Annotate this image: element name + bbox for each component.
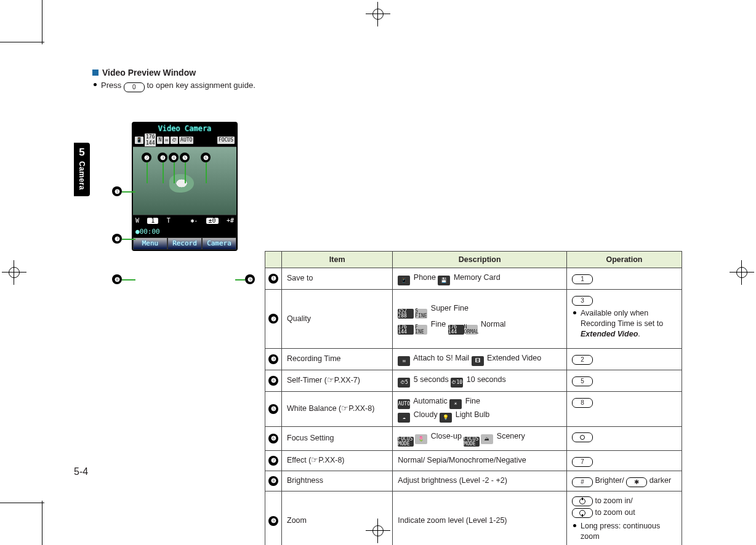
desc-icon: 📱 — [398, 276, 410, 285]
callout-8: ❽ — [112, 274, 122, 284]
chapter-number: 5 — [74, 146, 90, 159]
cell-operation: 2 — [567, 348, 682, 370]
callout-4: ❹ — [169, 153, 179, 162]
desc-icon: ⛰ — [481, 434, 493, 444]
desc-text: 10 seconds — [464, 375, 505, 384]
key-icon — [572, 432, 593, 442]
callout-5: ❺ — [180, 153, 190, 162]
desc-text: Memory Card — [451, 273, 500, 282]
cell-description: 📱 Phone 💾 Memory Card — [393, 268, 567, 290]
desc-text: 5 seconds — [411, 375, 451, 384]
wb-indicator-icon: AUTO — [179, 137, 193, 144]
callout-3: ❸ — [158, 153, 167, 162]
desc-icon: F INE — [415, 325, 427, 335]
cell-item: Focus Setting — [282, 426, 393, 450]
crop-mark-icon — [42, 0, 42, 44]
desc-text: Phone — [411, 273, 438, 282]
table-row: ❶Save to📱 Phone 💾 Memory Card 1 — [265, 268, 682, 290]
leader-line — [185, 162, 186, 183]
rectime-indicator-icon: ✉ — [164, 137, 169, 144]
desc-icon: S FINE — [415, 309, 427, 319]
key-icon: 8 — [572, 398, 593, 408]
cell-operation: to zoom in/ to zoom outLong press: conti… — [567, 491, 682, 545]
desc-icon: ☁ — [398, 413, 410, 423]
operation-note: Available only when Recording Time is se… — [572, 308, 677, 340]
desc-text: Cloudy — [411, 410, 440, 419]
table-row: ❹Self-Timer (☞P.XX-7)⏱5 5 seconds ⏱10 10… — [265, 370, 682, 391]
leader-line — [163, 162, 164, 183]
cell-item: Brightness — [282, 471, 393, 491]
key-icon: 2 — [572, 355, 593, 365]
operation-note: Long press: continuous zoom — [572, 521, 677, 542]
th-op: Operation — [567, 252, 682, 268]
cell-description: FOCUS MODE🌷 Close-up FOCUS MODE⛰ Scenery — [393, 426, 567, 450]
crop-mark-icon — [42, 501, 42, 545]
leader-line — [122, 279, 135, 280]
row-index-icon: ❹ — [268, 376, 278, 386]
chapter-label: Camera — [78, 161, 86, 190]
cell-description: Normal/ Sepia/Monochrome/Negative — [393, 450, 567, 471]
cell-item: Recording Time — [282, 348, 393, 370]
cell-item: Effect (☞P.XX-8) — [282, 450, 393, 471]
cell-item: White Balance (☞P.XX-8) — [282, 391, 393, 426]
leader-line — [122, 191, 135, 193]
cell-description: AUTO Automatic ☀ Fine ☁ Cloudy 💡 Light B… — [393, 391, 567, 426]
desc-text: Super Fine — [428, 304, 468, 312]
desc-icon: ☀ — [449, 399, 462, 409]
desc-icon: ⏱10 — [451, 378, 463, 388]
table-row: ❻Focus SettingFOCUS MODE🌷 Close-up FOCUS… — [265, 426, 682, 450]
cell-description: Indicate zoom level (Level 1-25) — [393, 491, 567, 545]
key-icon: 7 — [572, 457, 593, 467]
right-column: Item Description Operation ❶Save to📱 Pho… — [265, 68, 682, 545]
cell-operation — [567, 426, 682, 450]
section-heading: Video Preview Window — [92, 68, 277, 78]
softkey-camera[interactable]: Camera — [202, 237, 236, 250]
desc-icon: 🌷 — [415, 434, 427, 444]
softkey-record[interactable]: Record — [167, 237, 202, 250]
quality-indicator-icon: N — [157, 137, 163, 144]
dpad-up-icon — [572, 496, 593, 506]
desc-icon: FOCUS MODE — [464, 437, 480, 447]
callout-7: ❼ — [112, 234, 122, 244]
desc-icon: 🎞 — [472, 356, 484, 366]
cell-operation: 8 — [567, 391, 682, 426]
row-index-icon: ❾ — [268, 516, 278, 526]
left-column: Video Preview Window Press 0 to open key… — [92, 68, 277, 251]
mock-zoom-bar: W1T ✱-±0+# — [133, 215, 236, 226]
page: 5 Camera Video Preview Window Press 0 to… — [0, 0, 756, 545]
registration-mark-icon — [9, 267, 20, 278]
cell-item: Self-Timer (☞P.XX-7) — [282, 370, 393, 391]
table-row: ❸Recording Time✉ Attach to S! Mail 🎞 Ext… — [265, 348, 682, 370]
chapter-tab: 5 Camera — [74, 143, 90, 196]
cell-item: Zoom — [282, 491, 393, 545]
desc-text: Light Bulb — [453, 410, 489, 419]
cell-operation: 1 — [567, 268, 682, 290]
heading-note: Press 0 to open key assignment guide. — [92, 80, 277, 92]
row-index-icon: ❸ — [268, 354, 278, 364]
desc-icon: AUTO — [398, 399, 410, 409]
desc-text: Close-up — [428, 432, 464, 440]
desc-text: Extended Video — [485, 354, 542, 362]
key-0-icon: 0 — [124, 82, 145, 92]
callout-9: ❾ — [245, 274, 255, 284]
th-item: Item — [282, 252, 393, 268]
key-icon: # — [572, 477, 593, 487]
cell-description: 352 288S FINE Super Fine 176 144F INE Fi… — [393, 290, 567, 349]
leader-line — [147, 162, 148, 183]
desc-icon: ✉ — [398, 356, 410, 366]
selftimer-indicator-icon: ⏱ — [171, 137, 178, 144]
desc-icon: 💾 — [438, 276, 450, 285]
desc-text: Fine — [463, 397, 480, 405]
desc-icon: ⏱5 — [398, 378, 410, 388]
heading-title: Video Preview Window — [102, 68, 196, 78]
heading-bullet-icon — [92, 70, 99, 76]
leader-line — [122, 239, 135, 240]
row-index-icon: ❽ — [268, 476, 278, 486]
key-icon: 3 — [572, 296, 593, 306]
mock-indicator-bar: 📱 176144 N ✉ ⏱ AUTO FOCUS — [133, 134, 236, 146]
callout-2: ❷ — [142, 153, 151, 162]
desc-icon: 176 144 — [398, 325, 414, 335]
cell-description: Adjust brightness (Level -2 - +2) — [393, 471, 567, 491]
row-index-icon: ❷ — [268, 314, 278, 324]
softkey-menu[interactable]: Menu — [133, 237, 167, 250]
